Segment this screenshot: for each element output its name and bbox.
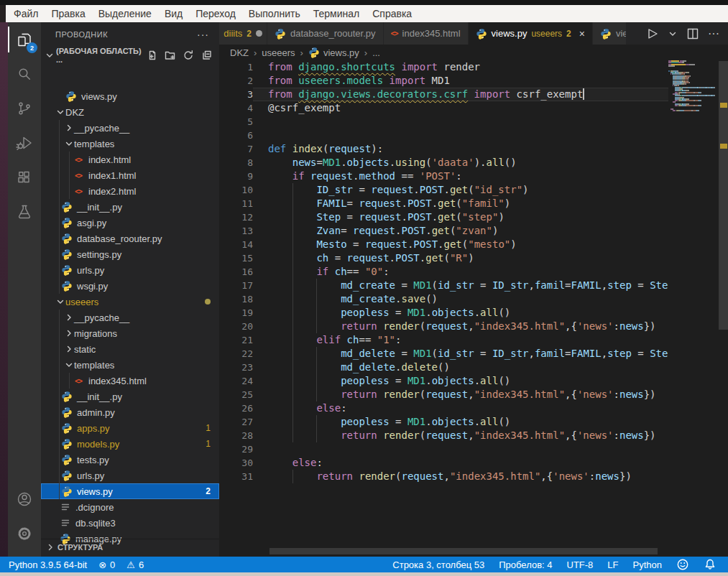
status-right-6[interactable]: [698, 558, 722, 571]
tree-file-index2-html[interactable]: <>index2.html: [41, 183, 219, 199]
tree-file--init-py[interactable]: __init__.py: [41, 389, 219, 404]
status-left-1[interactable]: ⊗0: [93, 559, 121, 570]
tree-file-asgi-py[interactable]: asgi.py: [41, 215, 219, 231]
tree-folder-templates[interactable]: templates: [41, 136, 219, 152]
chevron-right-icon: [64, 123, 74, 133]
workspace-section-header[interactable]: (РАБОЧАЯ ОБЛАСТЬ) ...: [41, 47, 219, 64]
code-area[interactable]: 1from django.shortcuts import render2fro…: [219, 60, 668, 483]
activity-explorer[interactable]: 2: [8, 22, 41, 57]
breadcrumb-item[interactable]: useeers: [262, 47, 295, 58]
line-number: 4: [219, 101, 253, 115]
status-right-1[interactable]: Пробелов: 4: [493, 559, 558, 570]
menu-5[interactable]: Переход: [189, 8, 242, 19]
tree-file-index-html[interactable]: <>index.html: [41, 152, 219, 167]
status-left-2[interactable]: ⚠6: [121, 559, 149, 570]
tree-folder-useeers[interactable]: useeers: [41, 294, 219, 310]
status-right-4[interactable]: Python: [627, 559, 668, 570]
tree-file-database-roouter-py[interactable]: database_roouter.py: [41, 231, 219, 246]
line-number: 11: [219, 197, 253, 210]
tree-file-index345-html[interactable]: <>index345.html: [41, 373, 219, 389]
horizontal-scrollbar[interactable]: [219, 548, 719, 554]
menu-3[interactable]: Выделение: [92, 8, 158, 19]
indent-guide: [316, 292, 317, 306]
breadcrumb-item[interactable]: ...: [372, 47, 380, 58]
more-actions-button[interactable]: ···: [708, 27, 719, 40]
menu-6[interactable]: Выполнить: [242, 8, 307, 19]
tree-file-index1-html[interactable]: <>index1.html: [41, 167, 219, 183]
tree-file-views-py[interactable]: views.py2: [41, 483, 219, 499]
explorer-badge: 2: [27, 42, 37, 53]
tree-folder--pycache-[interactable]: __pycache__: [41, 310, 219, 325]
status-right-0[interactable]: Строка 3, столбец 53: [387, 559, 490, 570]
status-label: 0: [110, 559, 115, 570]
tree-folder-templates[interactable]: templates: [41, 357, 219, 373]
refresh-button[interactable]: [183, 50, 194, 61]
outline-section-header[interactable]: СТРУКТУРА: [41, 539, 219, 555]
minimap[interactable]: [668, 60, 719, 111]
indent-guide: [316, 279, 317, 292]
tree-file-admin-py[interactable]: admin.py: [41, 404, 219, 420]
tree-file--dcignore[interactable]: .dcignore: [41, 499, 219, 515]
line-number: 20: [219, 320, 253, 333]
indent-guide: [59, 120, 60, 136]
new-folder-button[interactable]: [165, 50, 176, 61]
run-dropdown-button[interactable]: [668, 29, 678, 39]
menu-8[interactable]: Справка: [366, 8, 418, 19]
tree-file-wsgi-py[interactable]: wsgi.py: [41, 278, 219, 294]
line-text: if request.method == 'POST':: [253, 169, 668, 183]
code-line-2: 2from useeers.models import MD1: [219, 74, 668, 88]
new-file-button[interactable]: [147, 50, 158, 61]
tree-file-db-sqlite3[interactable]: db.sqlite3: [41, 515, 219, 531]
tree-folder-static[interactable]: static: [41, 341, 219, 357]
close-icon[interactable]: ×: [579, 28, 585, 40]
tab-views-py[interactable]: views.pyuseeers2×: [469, 22, 593, 45]
horizontal-scrollbar-slider[interactable]: [269, 548, 658, 554]
tree-file-tests-py[interactable]: tests.py: [41, 452, 219, 468]
chevron-right-icon: [64, 312, 74, 322]
py-file-icon: [61, 217, 73, 228]
tab-vie[interactable]: vie: [593, 22, 626, 45]
menu-1[interactable]: Файл: [7, 8, 45, 19]
tab-database-roouter-py[interactable]: database_roouter.py: [267, 22, 384, 45]
breadcrumb-item[interactable]: views.py: [308, 47, 359, 58]
status-right-3[interactable]: LF: [602, 559, 624, 570]
status-right-2[interactable]: UTF-8: [561, 559, 599, 570]
run-button[interactable]: [645, 27, 659, 41]
activity-testing[interactable]: [8, 195, 41, 229]
split-editor-button[interactable]: [686, 27, 699, 40]
chevron-down-icon: [45, 50, 55, 60]
tree-file-apps-py[interactable]: apps.py1: [41, 420, 219, 436]
tree-folder--pycache-[interactable]: __pycache__: [41, 120, 219, 136]
tree-folder-dkz[interactable]: DKZ: [41, 104, 219, 120]
vertical-scrollbar-slider[interactable]: [719, 61, 728, 330]
activity-search[interactable]: [8, 57, 41, 91]
tree-file--init-py[interactable]: __init__.py: [41, 199, 219, 215]
menu-7[interactable]: Терминал: [307, 8, 366, 19]
tree-file-urls-py[interactable]: urls.py: [41, 468, 219, 483]
status-right-5[interactable]: [671, 558, 695, 571]
tab-index345-html[interactable]: <>index345.html: [384, 22, 469, 45]
tree-file-views-py[interactable]: views.py: [41, 88, 219, 104]
indent-guide: [316, 429, 317, 442]
tab-diiits[interactable]: diiits2: [219, 22, 267, 45]
line-number: 22: [219, 347, 253, 361]
activity-run-debug[interactable]: [8, 126, 41, 160]
activity-extensions[interactable]: [8, 160, 41, 195]
breadcrumb-item[interactable]: DKZ: [230, 47, 249, 58]
activity-account[interactable]: [8, 482, 41, 516]
tree-folder-migrations[interactable]: migrations: [41, 325, 219, 341]
vertical-scrollbar[interactable]: [719, 60, 728, 557]
collapse-all-button[interactable]: [201, 50, 212, 61]
menu-4[interactable]: Вид: [158, 8, 189, 19]
indent-guide: [59, 262, 60, 278]
status-left-0[interactable]: Python 3.9.5 64-bit: [3, 559, 93, 570]
activity-source-control[interactable]: [8, 91, 41, 126]
tree-file-settings-py[interactable]: settings.py: [41, 246, 219, 262]
tree-file-urls-py[interactable]: urls.py: [41, 262, 219, 278]
activity-settings[interactable]: [8, 516, 41, 551]
menu-2[interactable]: Правка: [45, 8, 91, 19]
py-icon: [275, 28, 286, 40]
indent-guide: [59, 183, 60, 199]
sidebar-more-actions[interactable]: ···: [197, 29, 209, 40]
tree-file-models-py[interactable]: models.py1: [41, 436, 219, 452]
